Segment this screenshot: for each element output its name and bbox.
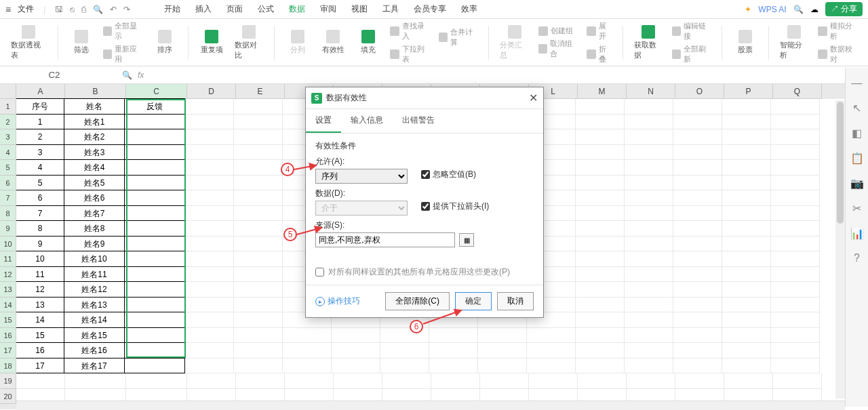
- cell[interactable]: [16, 373, 65, 389]
- cell[interactable]: [771, 267, 820, 283]
- cell[interactable]: [771, 328, 820, 344]
- cell[interactable]: [771, 282, 820, 298]
- cell[interactable]: [722, 358, 771, 374]
- cell[interactable]: [332, 328, 380, 344]
- cell[interactable]: [124, 114, 185, 130]
- cell[interactable]: [673, 251, 722, 267]
- dialog-titlebar[interactable]: S 数据有效性 ✕: [306, 87, 543, 109]
- cell[interactable]: [283, 358, 332, 374]
- cell[interactable]: [332, 358, 380, 374]
- cell[interactable]: 姓名11: [64, 266, 125, 283]
- cell[interactable]: [480, 373, 529, 389]
- cell[interactable]: [283, 328, 332, 344]
- row-header[interactable]: 16: [0, 328, 16, 344]
- what-if-button[interactable]: 模拟分析: [818, 21, 859, 41]
- cell[interactable]: [124, 236, 185, 252]
- cell[interactable]: [625, 343, 673, 358]
- cell[interactable]: [722, 115, 771, 130]
- row-header[interactable]: 7: [0, 190, 16, 206]
- cell[interactable]: [673, 221, 722, 237]
- cell[interactable]: 姓名12: [64, 281, 125, 298]
- cell[interactable]: [576, 282, 625, 298]
- cell[interactable]: 11: [16, 266, 64, 283]
- cell[interactable]: [771, 298, 820, 313]
- cell[interactable]: [185, 251, 234, 267]
- cell[interactable]: [576, 190, 625, 206]
- col-header[interactable]: E: [236, 84, 285, 99]
- row-header[interactable]: 11: [0, 251, 16, 267]
- cell[interactable]: 9: [16, 236, 64, 252]
- row-header[interactable]: 2: [0, 115, 16, 130]
- cell[interactable]: 6: [16, 190, 64, 206]
- cell[interactable]: [673, 237, 722, 252]
- cell[interactable]: [234, 129, 283, 145]
- cell[interactable]: [429, 343, 478, 358]
- cell[interactable]: [527, 343, 576, 358]
- cell[interactable]: [576, 343, 625, 358]
- cell[interactable]: [576, 267, 625, 283]
- cell[interactable]: [185, 160, 234, 176]
- cell[interactable]: [576, 312, 625, 328]
- cell[interactable]: 姓名8: [64, 220, 125, 237]
- save-icon[interactable]: 🖫: [55, 5, 63, 14]
- lookup-entry-button[interactable]: 查找录入: [390, 21, 431, 41]
- search-fx-icon[interactable]: 🔍: [122, 70, 132, 80]
- cell[interactable]: [478, 343, 527, 358]
- cell[interactable]: 序号: [16, 98, 64, 115]
- file-menu[interactable]: 文件: [18, 3, 34, 15]
- cell[interactable]: 15: [16, 327, 64, 344]
- cell[interactable]: [722, 312, 771, 328]
- cell[interactable]: [429, 358, 478, 374]
- cell[interactable]: [124, 327, 185, 344]
- cell[interactable]: [771, 206, 820, 222]
- cell[interactable]: [234, 251, 283, 267]
- allow-select[interactable]: 序列: [315, 169, 408, 184]
- cell[interactable]: [380, 328, 429, 344]
- cell[interactable]: [578, 373, 627, 389]
- consolidate-button[interactable]: 合并计算: [439, 27, 479, 47]
- cell[interactable]: [126, 373, 187, 389]
- row-header[interactable]: 17: [0, 343, 16, 358]
- panel-help-icon[interactable]: ?: [854, 252, 860, 264]
- cell[interactable]: 10: [16, 251, 64, 267]
- cell[interactable]: [185, 115, 234, 130]
- cell[interactable]: [625, 237, 673, 252]
- cell[interactable]: [625, 251, 673, 267]
- tab-formula[interactable]: 公式: [258, 3, 274, 15]
- cell[interactable]: [234, 343, 283, 358]
- close-icon[interactable]: ✕: [529, 91, 538, 104]
- cell[interactable]: [576, 237, 625, 252]
- tab-member[interactable]: 会员专享: [414, 3, 446, 15]
- expand-button[interactable]: 展开: [587, 21, 612, 41]
- row-header[interactable]: 8: [0, 206, 16, 222]
- filter-button[interactable]: 筛选: [65, 28, 98, 56]
- sort-button[interactable]: 排序: [149, 28, 181, 56]
- cell[interactable]: [124, 129, 185, 145]
- tips-link[interactable]: ▸操作技巧: [315, 295, 360, 307]
- cell[interactable]: [673, 267, 722, 283]
- cell[interactable]: [234, 145, 283, 161]
- wps-ai-label[interactable]: WPS AI: [758, 5, 786, 14]
- cell[interactable]: [722, 251, 771, 267]
- cancel-button[interactable]: 取消: [497, 292, 534, 310]
- cell[interactable]: [234, 312, 283, 328]
- cell[interactable]: [185, 267, 234, 283]
- stocks-button[interactable]: 股票: [729, 28, 762, 56]
- cell[interactable]: [527, 328, 576, 344]
- cell[interactable]: 1: [16, 114, 64, 130]
- cell[interactable]: [234, 176, 283, 191]
- cell[interactable]: [673, 160, 722, 176]
- cell[interactable]: [673, 190, 722, 206]
- cell[interactable]: [576, 176, 625, 191]
- fx-label[interactable]: fx: [138, 70, 144, 80]
- cloud-icon[interactable]: ☁: [810, 5, 818, 14]
- horizontal-scrollbar[interactable]: [16, 401, 845, 410]
- cell[interactable]: 姓名: [64, 98, 125, 115]
- vertical-scrollbar[interactable]: [835, 100, 845, 398]
- cell[interactable]: [625, 145, 673, 161]
- cell[interactable]: [234, 190, 283, 206]
- cell[interactable]: 姓名10: [64, 251, 125, 267]
- cell[interactable]: 姓名14: [64, 312, 125, 328]
- cell[interactable]: [673, 343, 722, 358]
- col-header[interactable]: M: [578, 84, 627, 99]
